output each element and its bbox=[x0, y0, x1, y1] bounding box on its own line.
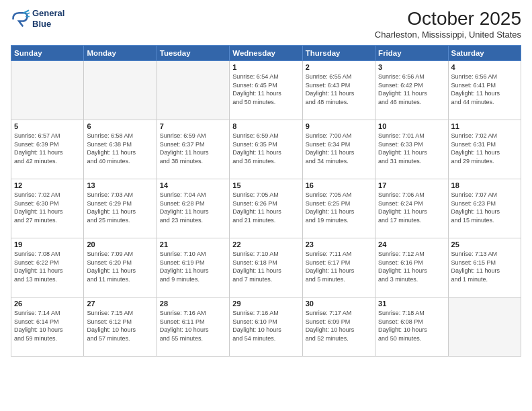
day-cell: 11Sunrise: 7:02 AM Sunset: 6:31 PM Dayli… bbox=[448, 120, 521, 179]
day-number: 13 bbox=[87, 181, 153, 189]
day-info: Sunrise: 7:03 AM Sunset: 6:29 PM Dayligh… bbox=[87, 191, 153, 224]
header: General Blue October 2025 Charleston, Mi… bbox=[11, 8, 521, 40]
day-cell: 3Sunrise: 6:56 AM Sunset: 6:42 PM Daylig… bbox=[375, 61, 448, 120]
day-cell: 7Sunrise: 6:59 AM Sunset: 6:37 PM Daylig… bbox=[157, 120, 229, 179]
day-number: 22 bbox=[232, 240, 299, 248]
day-cell: 4Sunrise: 6:56 AM Sunset: 6:41 PM Daylig… bbox=[448, 61, 521, 120]
logo-line1: General bbox=[32, 8, 64, 19]
day-number: 8 bbox=[232, 122, 299, 130]
col-monday: Monday bbox=[84, 46, 157, 61]
day-info: Sunrise: 7:18 AM Sunset: 6:08 PM Dayligh… bbox=[378, 309, 445, 342]
day-cell: 2Sunrise: 6:55 AM Sunset: 6:43 PM Daylig… bbox=[302, 61, 375, 120]
day-info: Sunrise: 6:58 AM Sunset: 6:38 PM Dayligh… bbox=[87, 132, 153, 165]
logo: General Blue bbox=[11, 8, 64, 29]
day-info: Sunrise: 7:16 AM Sunset: 6:10 PM Dayligh… bbox=[232, 309, 299, 342]
col-saturday: Saturday bbox=[448, 46, 521, 61]
day-cell: 25Sunrise: 7:13 AM Sunset: 6:15 PM Dayli… bbox=[448, 238, 521, 298]
day-info: Sunrise: 7:08 AM Sunset: 6:22 PM Dayligh… bbox=[14, 250, 81, 283]
day-info: Sunrise: 6:59 AM Sunset: 6:35 PM Dayligh… bbox=[232, 132, 299, 165]
calendar-table: Sunday Monday Tuesday Wednesday Thursday… bbox=[11, 45, 521, 357]
day-cell: 15Sunrise: 7:05 AM Sunset: 6:26 PM Dayli… bbox=[230, 179, 302, 238]
day-number: 14 bbox=[160, 181, 226, 189]
day-cell: 24Sunrise: 7:12 AM Sunset: 6:16 PM Dayli… bbox=[375, 238, 448, 298]
col-sunday: Sunday bbox=[11, 46, 84, 61]
day-cell: 21Sunrise: 7:10 AM Sunset: 6:19 PM Dayli… bbox=[157, 238, 229, 298]
logo-icon bbox=[11, 9, 30, 28]
day-number: 9 bbox=[306, 122, 372, 130]
logo-text: General Blue bbox=[32, 8, 64, 29]
day-cell: 27Sunrise: 7:15 AM Sunset: 6:12 PM Dayli… bbox=[84, 298, 157, 357]
logo-line2: Blue bbox=[32, 19, 64, 30]
col-thursday: Thursday bbox=[302, 46, 375, 61]
day-cell: 14Sunrise: 7:04 AM Sunset: 6:28 PM Dayli… bbox=[157, 179, 229, 238]
day-info: Sunrise: 7:02 AM Sunset: 6:30 PM Dayligh… bbox=[14, 191, 81, 224]
col-wednesday: Wednesday bbox=[230, 46, 302, 61]
day-number: 3 bbox=[378, 63, 445, 71]
day-info: Sunrise: 7:15 AM Sunset: 6:12 PM Dayligh… bbox=[87, 309, 153, 342]
day-number: 24 bbox=[378, 240, 445, 248]
day-number: 29 bbox=[232, 300, 299, 308]
day-info: Sunrise: 6:55 AM Sunset: 6:43 PM Dayligh… bbox=[306, 73, 372, 106]
day-number: 4 bbox=[451, 63, 518, 71]
day-cell: 16Sunrise: 7:05 AM Sunset: 6:25 PM Dayli… bbox=[302, 179, 375, 238]
day-number: 18 bbox=[451, 181, 518, 189]
day-info: Sunrise: 6:56 AM Sunset: 6:42 PM Dayligh… bbox=[378, 73, 445, 106]
day-cell bbox=[448, 298, 521, 357]
day-info: Sunrise: 7:00 AM Sunset: 6:34 PM Dayligh… bbox=[306, 132, 372, 165]
day-info: Sunrise: 6:57 AM Sunset: 6:39 PM Dayligh… bbox=[14, 132, 81, 165]
day-cell: 19Sunrise: 7:08 AM Sunset: 6:22 PM Dayli… bbox=[11, 238, 84, 298]
day-number: 30 bbox=[306, 300, 372, 308]
day-info: Sunrise: 6:54 AM Sunset: 6:45 PM Dayligh… bbox=[232, 73, 299, 106]
day-cell: 10Sunrise: 7:01 AM Sunset: 6:33 PM Dayli… bbox=[375, 120, 448, 179]
day-number: 5 bbox=[14, 122, 81, 130]
day-cell: 29Sunrise: 7:16 AM Sunset: 6:10 PM Dayli… bbox=[230, 298, 302, 357]
day-cell: 18Sunrise: 7:07 AM Sunset: 6:23 PM Dayli… bbox=[448, 179, 521, 238]
day-cell: 26Sunrise: 7:14 AM Sunset: 6:14 PM Dayli… bbox=[11, 298, 84, 357]
day-cell: 30Sunrise: 7:17 AM Sunset: 6:09 PM Dayli… bbox=[302, 298, 375, 357]
day-info: Sunrise: 7:05 AM Sunset: 6:25 PM Dayligh… bbox=[306, 191, 372, 224]
day-cell: 31Sunrise: 7:18 AM Sunset: 6:08 PM Dayli… bbox=[375, 298, 448, 357]
day-info: Sunrise: 7:17 AM Sunset: 6:09 PM Dayligh… bbox=[306, 309, 372, 342]
day-number: 6 bbox=[87, 122, 153, 130]
day-number: 17 bbox=[378, 181, 445, 189]
page: General Blue October 2025 Charleston, Mi… bbox=[0, 0, 532, 411]
day-info: Sunrise: 7:01 AM Sunset: 6:33 PM Dayligh… bbox=[378, 132, 445, 165]
day-cell: 17Sunrise: 7:06 AM Sunset: 6:24 PM Dayli… bbox=[375, 179, 448, 238]
day-cell: 5Sunrise: 6:57 AM Sunset: 6:39 PM Daylig… bbox=[11, 120, 84, 179]
day-cell: 6Sunrise: 6:58 AM Sunset: 6:38 PM Daylig… bbox=[84, 120, 157, 179]
day-number: 15 bbox=[232, 181, 299, 189]
day-cell: 1Sunrise: 6:54 AM Sunset: 6:45 PM Daylig… bbox=[230, 61, 302, 120]
day-info: Sunrise: 7:16 AM Sunset: 6:11 PM Dayligh… bbox=[160, 309, 226, 342]
day-info: Sunrise: 7:09 AM Sunset: 6:20 PM Dayligh… bbox=[87, 250, 153, 283]
day-info: Sunrise: 7:05 AM Sunset: 6:26 PM Dayligh… bbox=[232, 191, 299, 224]
day-cell: 28Sunrise: 7:16 AM Sunset: 6:11 PM Dayli… bbox=[157, 298, 229, 357]
week-row-0: 1Sunrise: 6:54 AM Sunset: 6:45 PM Daylig… bbox=[11, 61, 521, 120]
title-block: October 2025 Charleston, Mississippi, Un… bbox=[375, 8, 521, 40]
day-cell: 20Sunrise: 7:09 AM Sunset: 6:20 PM Dayli… bbox=[84, 238, 157, 298]
day-number: 27 bbox=[87, 300, 153, 308]
day-info: Sunrise: 7:10 AM Sunset: 6:19 PM Dayligh… bbox=[160, 250, 226, 283]
day-number: 25 bbox=[451, 240, 518, 248]
day-info: Sunrise: 7:04 AM Sunset: 6:28 PM Dayligh… bbox=[160, 191, 226, 224]
day-cell bbox=[157, 61, 229, 120]
day-info: Sunrise: 7:06 AM Sunset: 6:24 PM Dayligh… bbox=[378, 191, 445, 224]
day-info: Sunrise: 7:13 AM Sunset: 6:15 PM Dayligh… bbox=[451, 250, 518, 283]
day-number: 20 bbox=[87, 240, 153, 248]
header-row: Sunday Monday Tuesday Wednesday Thursday… bbox=[11, 46, 521, 61]
day-number: 21 bbox=[160, 240, 226, 248]
day-cell bbox=[11, 61, 84, 120]
week-row-4: 26Sunrise: 7:14 AM Sunset: 6:14 PM Dayli… bbox=[11, 298, 521, 357]
day-info: Sunrise: 7:10 AM Sunset: 6:18 PM Dayligh… bbox=[232, 250, 299, 283]
day-cell: 9Sunrise: 7:00 AM Sunset: 6:34 PM Daylig… bbox=[302, 120, 375, 179]
col-friday: Friday bbox=[375, 46, 448, 61]
day-number: 12 bbox=[14, 181, 81, 189]
day-number: 11 bbox=[451, 122, 518, 130]
day-number: 1 bbox=[232, 63, 299, 71]
day-cell: 22Sunrise: 7:10 AM Sunset: 6:18 PM Dayli… bbox=[230, 238, 302, 298]
week-row-1: 5Sunrise: 6:57 AM Sunset: 6:39 PM Daylig… bbox=[11, 120, 521, 179]
day-cell: 23Sunrise: 7:11 AM Sunset: 6:17 PM Dayli… bbox=[302, 238, 375, 298]
day-info: Sunrise: 7:02 AM Sunset: 6:31 PM Dayligh… bbox=[451, 132, 518, 165]
day-number: 19 bbox=[14, 240, 81, 248]
day-cell: 8Sunrise: 6:59 AM Sunset: 6:35 PM Daylig… bbox=[230, 120, 302, 179]
day-number: 2 bbox=[306, 63, 372, 71]
